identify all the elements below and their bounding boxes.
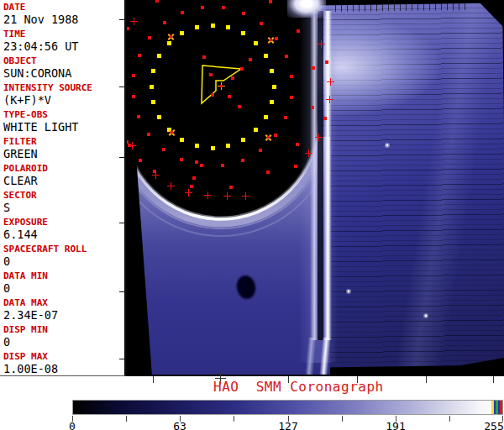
marker-dot xyxy=(192,176,196,180)
ring-dot xyxy=(296,143,299,146)
ring-dot xyxy=(163,21,166,24)
marker-dot xyxy=(139,159,142,162)
colorbar-tick-label: 63 xyxy=(173,420,186,430)
ring-dot xyxy=(274,134,277,137)
pylon-gap xyxy=(318,11,323,340)
ring-dot xyxy=(162,148,165,151)
left-axis-tick xyxy=(119,223,127,223)
ring-dot xyxy=(266,170,270,174)
plus-marker xyxy=(130,18,138,25)
ring-dot xyxy=(297,29,300,33)
ring-dot xyxy=(211,24,215,28)
ring-dot xyxy=(157,54,161,58)
sidebar-field: TIME23:04:56 UT xyxy=(3,29,123,55)
left-axis-tick xyxy=(119,19,127,20)
left-axis-tick xyxy=(119,291,127,292)
sidebar-field-label: OBJECT xyxy=(3,55,123,66)
sidebar-field-label: POLAROID xyxy=(3,163,123,174)
sidebar-field: DISP MIN0 xyxy=(3,324,123,351)
sidebar-field-value: 0 xyxy=(3,335,123,349)
bright-specks xyxy=(346,143,428,318)
sidebar-field-value: WHITE LIGHT xyxy=(3,120,123,134)
plus-marker xyxy=(242,192,249,200)
colorbar-tick-label: 127 xyxy=(278,420,297,430)
ring-dot xyxy=(151,100,155,104)
metadata-sidebar: DATE21 Nov 1988TIME23:04:56 UTOBJECTSUN:… xyxy=(0,0,127,376)
ring-dot xyxy=(312,66,315,70)
colorbar-tick-label: 191 xyxy=(386,420,405,430)
ring-dot xyxy=(275,37,278,40)
ring-dot xyxy=(290,96,293,99)
sidebar-field-value: 21 Nov 1988 xyxy=(3,13,123,26)
sidebar-field: DISP MAX1.00E-08 xyxy=(3,351,123,378)
coronagraph-image-canvas[interactable] xyxy=(127,0,504,376)
plus-marker xyxy=(327,78,334,86)
sidebar-field-label: DISP MAX xyxy=(3,351,123,362)
sidebar-field-label: DISP MIN xyxy=(3,324,123,335)
bottom-axis-tick xyxy=(493,376,494,383)
sidebar-field-label: TYPE-OBS xyxy=(3,109,123,120)
colorbar-tick-label: 0 xyxy=(69,420,76,430)
ring-dot xyxy=(222,6,225,9)
sidebar-field: FILTERGREEN xyxy=(3,136,123,163)
marker-dot xyxy=(228,95,231,98)
ring-dot xyxy=(137,115,140,118)
ring-dot xyxy=(138,54,141,57)
sidebar-field-value: CLEAR xyxy=(3,174,123,187)
center-dot xyxy=(220,85,223,87)
plus-marker xyxy=(185,189,192,197)
ring-dot xyxy=(155,0,159,3)
ring-dot xyxy=(285,55,288,58)
colorbar-tick xyxy=(234,416,234,422)
marker-dot xyxy=(325,60,328,64)
sidebar-field-value: 6.144 xyxy=(3,228,123,241)
plus-marker xyxy=(167,182,175,190)
sidebar-field: SPACECRAFT ROLL0 xyxy=(3,244,123,270)
sidebar-field-value: 23:04:56 UT xyxy=(3,39,123,53)
marker-dot xyxy=(238,105,241,108)
sidebar-field-value: (K+F)*V xyxy=(3,93,123,107)
marker-dot xyxy=(323,117,327,120)
plus-marker xyxy=(318,40,325,48)
ring-dot xyxy=(259,149,262,152)
ring-dot xyxy=(127,27,129,30)
ring-dot xyxy=(211,146,215,150)
ring-dot xyxy=(254,41,258,45)
intensity-colorbar xyxy=(72,400,503,415)
plus-marker xyxy=(129,142,136,149)
image-caption: HAO SMM Coronagraph xyxy=(213,379,384,395)
ring-dot xyxy=(151,69,155,73)
left-axis-cross xyxy=(125,81,126,92)
sidebar-field-value: GREEN xyxy=(3,147,123,160)
plus-marker xyxy=(204,191,212,199)
ring-dot xyxy=(264,54,268,58)
sidebar-field: TYPE-OBSWHITE LIGHT xyxy=(3,109,123,136)
bottom-axis-tick xyxy=(426,376,427,383)
ring-dot xyxy=(270,100,274,104)
sidebar-field-value: SUN:CORONA xyxy=(3,66,123,80)
sidebar-field-label: DATE xyxy=(3,2,123,13)
sidebar-field-label: DATA MAX xyxy=(3,297,123,308)
ring-dot xyxy=(132,95,135,98)
ring-dot xyxy=(290,75,293,78)
x-marker xyxy=(265,134,272,141)
ring-dot xyxy=(180,138,184,142)
ring-dot xyxy=(195,25,199,29)
sidebar-field-label: DATA MIN xyxy=(3,270,123,281)
sidebar-field-value: 0 xyxy=(3,254,123,268)
marker-dot xyxy=(249,58,252,61)
sidebar-field: DATE21 Nov 1988 xyxy=(3,2,123,29)
sidebar-field-value: 2.34E-07 xyxy=(3,308,123,322)
plus-marker xyxy=(326,96,333,103)
sidebar-field-label: INTENSITY SOURCE xyxy=(3,82,123,93)
sidebar-field-label: SPACECRAFT ROLL xyxy=(3,244,123,254)
marker-dot xyxy=(231,76,234,80)
colorbar-tick xyxy=(342,416,343,422)
ring-dot xyxy=(132,74,135,77)
pylon-top-highlight xyxy=(287,0,326,18)
sidebar-field: SECTORS xyxy=(3,190,123,217)
sidebar-field: POLAROIDCLEAR xyxy=(3,163,123,190)
ring-dot xyxy=(242,12,245,15)
colorbar-annotation-stripe xyxy=(500,401,502,414)
sidebar-field-label: SECTOR xyxy=(3,190,123,201)
